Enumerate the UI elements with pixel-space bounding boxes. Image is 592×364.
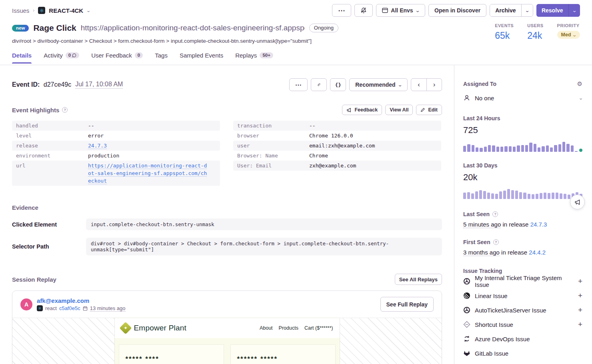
chart-bar: [492, 145, 495, 152]
events-count-link[interactable]: 65k: [495, 30, 514, 41]
previous-event-button[interactable]: ‹: [411, 79, 426, 91]
selector-path-label: Selector Path: [12, 243, 86, 250]
table-row: User: Emailzxh@example.com: [233, 161, 441, 171]
last-30-days-title: Last 30 Days: [463, 162, 582, 169]
archive-chevron-down-icon: ⌄: [525, 8, 530, 13]
priority-selector[interactable]: Med ⌄: [557, 31, 580, 39]
resolve-dropdown-button[interactable]: ⌄: [568, 4, 580, 17]
evidence-section: Evidence Clicked Element input.complete-…: [12, 204, 442, 255]
help-icon[interactable]: ?: [62, 107, 68, 113]
chart-bar: [571, 145, 574, 152]
chart-bar: [552, 193, 554, 199]
last-seen-time: 5 minutes ago: [463, 221, 501, 228]
window-icon: [382, 8, 388, 13]
replay-preview[interactable]: ✦ Empower Plant About Products Cart ($**…: [12, 318, 442, 364]
edit-button[interactable]: Edit: [416, 105, 442, 115]
more-actions-button[interactable]: ⋯: [332, 4, 351, 17]
chart-bar: [484, 147, 487, 152]
react-project-icon: ⚛: [37, 305, 43, 311]
tab-details[interactable]: Details: [12, 52, 32, 64]
chart-bar: [472, 145, 474, 152]
see-full-replay-button[interactable]: See Full Replay: [380, 297, 434, 312]
site-nav-about: About: [260, 325, 273, 331]
last-24-hours-chart: [463, 140, 582, 152]
chart-bar: [523, 193, 526, 199]
feedback-button[interactable]: Feedback: [342, 105, 382, 115]
attachments-button[interactable]: [311, 78, 327, 91]
issue-tabs: Details Activity 0 User Feedback 0 Tags …: [12, 52, 592, 65]
view-all-button[interactable]: View All: [385, 105, 413, 115]
event-more-button[interactable]: ⋯: [289, 78, 308, 91]
floating-feedback-button[interactable]: [570, 195, 585, 209]
last-seen-release-link[interactable]: 24.7.3: [530, 221, 547, 228]
megaphone-icon: [346, 107, 352, 113]
linear-icon: [463, 292, 470, 299]
last-seen-title: Last Seen?: [463, 211, 582, 217]
issue-tracking-item: Azure DevOps Issue: [463, 332, 582, 346]
replay-id-link[interactable]: c5af0e5c: [59, 305, 80, 311]
chart-bar: [488, 145, 491, 152]
chart-bar: [568, 195, 570, 199]
see-all-replays-button[interactable]: See All Replays: [395, 274, 442, 285]
session-replay-card: A afk@example.com ⚛ react c5af0e5c 13 mi…: [12, 290, 442, 364]
tab-replays[interactable]: Replays 50+: [235, 52, 273, 64]
replay-time-ago: 13 minutes ago: [90, 305, 126, 312]
gear-icon[interactable]: ⚙: [577, 80, 582, 88]
resolve-button[interactable]: Resolve: [536, 4, 568, 17]
chart-bar: [515, 191, 518, 199]
view-json-button[interactable]: {}: [330, 78, 346, 91]
breadcrumb-issues-link[interactable]: Issues: [12, 7, 29, 14]
chart-bar: [517, 145, 520, 152]
help-icon[interactable]: ?: [492, 211, 498, 217]
tab-user-feedback[interactable]: User Feedback 0: [91, 52, 143, 64]
issue-tracking-item: My Internal Ticket Triage System Issue +: [463, 274, 582, 288]
chart-bar: [529, 143, 532, 152]
chart-bar: [540, 193, 542, 199]
add-issue-button[interactable]: +: [578, 277, 582, 286]
chart-bar: [500, 147, 503, 152]
chart-bar: [546, 145, 549, 152]
issue-tracking-title: Issue Tracking: [463, 268, 582, 274]
breadcrumb-project[interactable]: REACT-4CK: [49, 7, 83, 14]
assignee-chevron-down-icon: ⌄: [578, 96, 583, 100]
last-30-days-count: 20k: [463, 172, 582, 183]
users-count-link[interactable]: 24k: [527, 30, 543, 41]
tab-activity[interactable]: Activity 0: [44, 52, 79, 64]
mute-alerts-button[interactable]: [354, 4, 373, 17]
next-event-button[interactable]: ›: [426, 79, 442, 91]
tab-tags[interactable]: Tags: [155, 52, 168, 64]
chart-bar: [499, 191, 502, 199]
gitlab-icon: [463, 350, 470, 356]
new-badge: new: [12, 25, 29, 32]
assignee-selector[interactable]: No one ⌄: [463, 94, 582, 101]
last-24-hours-count: 725: [463, 125, 582, 135]
archive-dropdown-button[interactable]: ⌄: [521, 4, 533, 16]
help-icon[interactable]: ?: [493, 239, 499, 245]
chart-bar: [475, 191, 478, 199]
first-seen-title: First Seen?: [463, 239, 582, 245]
chart-bar: [521, 145, 524, 152]
product-title-masked: ***** ****: [126, 355, 217, 363]
release-link[interactable]: 24.7.3: [88, 143, 107, 149]
chart-bar: [487, 193, 490, 199]
url-link[interactable]: https://application-monitoring-react-dot…: [88, 163, 207, 184]
event-selector-dropdown[interactable]: Recommended ⌄: [349, 78, 408, 91]
add-issue-button[interactable]: +: [578, 291, 582, 300]
tab-sampled-events[interactable]: Sampled Events: [180, 52, 223, 64]
replay-user-link[interactable]: afk@example.com: [37, 297, 126, 304]
ticket-wheel-icon: [463, 306, 470, 314]
archive-button-group: Archive ⌄: [490, 4, 533, 17]
project-chevron-down-icon[interactable]: ⌄: [86, 8, 91, 13]
clicked-element-label: Clicked Element: [12, 221, 86, 228]
first-seen-release-link[interactable]: 24.4.2: [529, 249, 546, 256]
product-card: ***** **** *** **** **** *** ******* Add…: [119, 344, 224, 364]
add-issue-button[interactable]: +: [578, 320, 582, 329]
events-label: EVENTS: [495, 23, 514, 28]
archive-button[interactable]: Archive: [490, 4, 521, 16]
open-in-discover-button[interactable]: Open in Discover: [428, 4, 486, 17]
site-nav-cart: Cart ($******): [304, 325, 333, 331]
chart-bar: [503, 191, 506, 199]
environment-selector[interactable]: All Envs ⌄: [376, 4, 425, 17]
issue-subtitle-url: https://application-monitoring-react-dot…: [81, 24, 305, 32]
add-issue-button[interactable]: +: [578, 306, 582, 314]
